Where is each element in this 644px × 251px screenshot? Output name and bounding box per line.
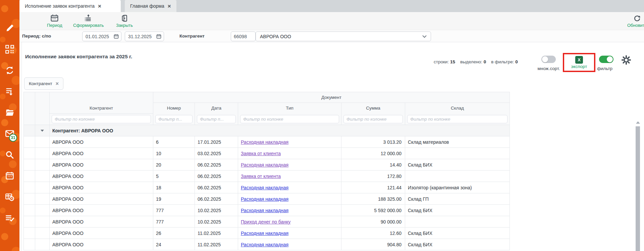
document-type-link[interactable]: Расходная накладная bbox=[241, 139, 288, 145]
cell-number: 18 bbox=[153, 182, 195, 193]
table-body: Контрагент: АВРОРА ООО АВРОРА ООО 6 17.0… bbox=[24, 125, 510, 250]
date-filter-input[interactable] bbox=[197, 115, 236, 123]
table-row[interactable]: АВРОРА ООО 19 06.02.2025 Расходная накла… bbox=[24, 193, 510, 205]
cell-date: 06.02.2025 bbox=[195, 159, 238, 171]
document-type-link[interactable]: Расходная накладная bbox=[241, 162, 288, 168]
filter-chip-counterparty[interactable]: Контрагент × bbox=[24, 77, 63, 90]
row-select-cell[interactable] bbox=[35, 205, 50, 216]
document-type-link[interactable]: Расходная накладная bbox=[241, 208, 288, 213]
warehouse-filter-input[interactable] bbox=[407, 115, 507, 123]
calendar-icon[interactable] bbox=[5, 171, 14, 181]
edit-icon[interactable] bbox=[5, 23, 14, 33]
calendar-icon bbox=[50, 14, 59, 22]
amount-filter-input[interactable] bbox=[343, 115, 403, 123]
number-filter-input[interactable] bbox=[155, 115, 193, 123]
search-icon[interactable] bbox=[5, 150, 14, 160]
cell-date: 06.02.2025 bbox=[195, 171, 238, 182]
period-button[interactable]: Период bbox=[47, 14, 62, 28]
calendar-icon[interactable] bbox=[114, 34, 119, 39]
table-row[interactable]: АВРОРА ООО 6 17.01.2025 Расходная наклад… bbox=[24, 136, 510, 148]
row-select-cell[interactable] bbox=[35, 239, 50, 250]
export-button[interactable]: X экспорт bbox=[563, 53, 595, 72]
collapse-group-button[interactable] bbox=[35, 125, 50, 136]
document-type-link[interactable]: Расходная накладная bbox=[241, 242, 288, 247]
cell-amount: 12 000.00 bbox=[341, 148, 405, 159]
cell-number: 19 bbox=[153, 193, 195, 205]
export-list-icon[interactable] bbox=[5, 87, 14, 96]
row-select-cell[interactable] bbox=[35, 193, 50, 205]
table-row[interactable]: АВРОРА ООО 24 11.02.2025 Расходная накла… bbox=[24, 239, 510, 250]
group-row-label: Контрагент: АВРОРА ООО bbox=[50, 125, 510, 136]
row-select-cell[interactable] bbox=[35, 136, 50, 148]
column-header-date[interactable]: Дата bbox=[195, 103, 238, 114]
row-select-cell[interactable] bbox=[35, 171, 50, 182]
row-select-cell[interactable] bbox=[35, 148, 50, 159]
gear-icon[interactable] bbox=[621, 55, 631, 65]
close-button[interactable]: Закрыть bbox=[116, 14, 133, 28]
table-row[interactable]: АВРОРА ООО 26 11.02.2025 Расходная накла… bbox=[24, 228, 510, 239]
tab-report-close-icon[interactable]: × bbox=[98, 3, 101, 9]
cell-counterparty: АВРОРА ООО bbox=[50, 228, 153, 239]
triangle-down-icon bbox=[41, 130, 44, 132]
type-filter-input[interactable] bbox=[240, 115, 339, 123]
tab-main-form[interactable]: Главная форма × bbox=[125, 0, 176, 12]
row-select-cell[interactable] bbox=[35, 216, 50, 228]
cell-amount: 121.44 bbox=[341, 182, 405, 193]
sync-icon[interactable] bbox=[5, 66, 14, 75]
toolbar: Период Сформировать Закрыть Обновить bbox=[19, 12, 644, 30]
scrollbar-thumb[interactable] bbox=[636, 126, 640, 251]
folder-open-icon[interactable] bbox=[5, 108, 14, 117]
document-type-link[interactable]: Приход денег по банку bbox=[241, 219, 290, 225]
refresh-button[interactable]: Обновить bbox=[627, 14, 644, 28]
refresh-icon bbox=[633, 14, 641, 22]
cell-warehouse: Изолятор (карантинная зона) bbox=[405, 182, 510, 193]
cell-number: 777 bbox=[153, 205, 195, 216]
row-select-cell[interactable] bbox=[35, 182, 50, 193]
table-row[interactable]: АВРОРА ООО 10 03.02.2025 Заявка от клиен… bbox=[24, 148, 510, 159]
checklist-icon[interactable] bbox=[5, 213, 14, 223]
mail-icon[interactable]: 31 bbox=[5, 129, 14, 138]
data-grid: Контрагент Документ Номер Дата Тип Сумма… bbox=[23, 92, 510, 250]
date-from-input[interactable] bbox=[86, 34, 111, 39]
generate-button[interactable]: Сформировать bbox=[73, 14, 104, 28]
table-row[interactable]: АВРОРА ООО 777 10.02.2025 Расходная накл… bbox=[24, 205, 510, 216]
counterparty-combobox-value: АВРОРА ООО bbox=[260, 34, 291, 39]
qr-code-icon[interactable] bbox=[5, 45, 14, 54]
tab-main-form-close-icon[interactable]: × bbox=[168, 3, 171, 9]
chip-close-icon[interactable]: × bbox=[56, 81, 59, 87]
column-header-counterparty[interactable]: Контрагент bbox=[50, 92, 153, 114]
cell-warehouse: Склад БИХ bbox=[405, 228, 510, 239]
schedule-icon[interactable] bbox=[5, 192, 14, 202]
tab-main-form-label: Главная форма bbox=[130, 3, 164, 9]
document-type-link[interactable]: Расходная накладная bbox=[241, 185, 288, 190]
row-select-cell[interactable] bbox=[35, 228, 50, 239]
counterparty-code-input[interactable] bbox=[231, 32, 256, 41]
document-type-link[interactable]: Расходная накладная bbox=[241, 196, 288, 202]
column-header-type[interactable]: Тип bbox=[238, 103, 341, 114]
document-type-link[interactable]: Заявка от клиента bbox=[241, 151, 281, 156]
table-row[interactable]: АВРОРА ООО 777 10.02.2025 Приход денег п… bbox=[24, 216, 510, 228]
counterparty-filter-input[interactable] bbox=[52, 115, 151, 123]
column-header-amount[interactable]: Сумма bbox=[341, 103, 405, 114]
tab-report-label: Исполнение заявок контрагента bbox=[25, 3, 95, 9]
document-type-link[interactable]: Расходная накладная bbox=[241, 231, 288, 236]
table-row[interactable]: АВРОРА ООО 5 06.02.2025 Заявка от клиент… bbox=[24, 171, 510, 182]
table-row[interactable]: АВРОРА ООО 18 06.02.2025 Расходная накла… bbox=[24, 182, 510, 193]
multisort-toggle[interactable] bbox=[541, 56, 556, 63]
table-row[interactable]: АВРОРА ООО 20 06.02.2025 Расходная накла… bbox=[24, 159, 510, 171]
counterparty-combobox[interactable]: АВРОРА ООО bbox=[256, 32, 431, 41]
filter-toggle-label: фильтр bbox=[593, 66, 616, 71]
calendar-icon[interactable] bbox=[156, 34, 161, 39]
cell-date: 17.01.2025 bbox=[195, 136, 238, 148]
date-to-input[interactable] bbox=[128, 34, 154, 39]
vertical-scrollbar[interactable] bbox=[635, 121, 640, 251]
tab-report[interactable]: Исполнение заявок контрагента × bbox=[19, 0, 121, 12]
row-select-cell[interactable] bbox=[35, 159, 50, 171]
document-type-link[interactable]: Заявка от клиента bbox=[241, 174, 281, 179]
scroll-up-icon[interactable] bbox=[636, 121, 640, 124]
column-header-warehouse[interactable]: Склад bbox=[405, 103, 510, 114]
filter-toggle[interactable] bbox=[599, 56, 613, 63]
cell-counterparty: АВРОРА ООО bbox=[50, 171, 153, 182]
cell-document-type: Заявка от клиента bbox=[238, 148, 341, 159]
column-header-number[interactable]: Номер bbox=[153, 103, 195, 114]
